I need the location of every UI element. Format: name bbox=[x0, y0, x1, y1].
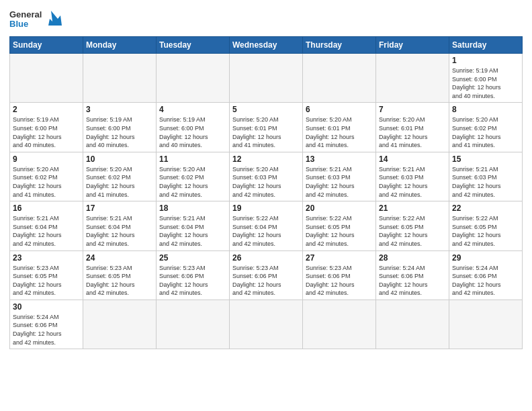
day-number: 5 bbox=[232, 105, 300, 114]
day-cell: 30Sunrise: 5:24 AM Sunset: 6:06 PM Dayli… bbox=[10, 300, 83, 349]
day-info: Sunrise: 5:20 AM Sunset: 6:01 PM Dayligh… bbox=[306, 116, 373, 149]
header-day-thursday: Thursday bbox=[303, 37, 376, 54]
week-row-2: 2Sunrise: 5:19 AM Sunset: 6:00 PM Daylig… bbox=[10, 103, 523, 152]
day-number: 8 bbox=[452, 105, 519, 114]
header-row: SundayMondayTuesdayWednesdayThursdayFrid… bbox=[10, 37, 523, 54]
day-cell: 4Sunrise: 5:19 AM Sunset: 6:00 PM Daylig… bbox=[157, 103, 230, 152]
day-number: 25 bbox=[159, 253, 226, 263]
day-info: Sunrise: 5:21 AM Sunset: 6:04 PM Dayligh… bbox=[86, 214, 153, 248]
day-info: Sunrise: 5:23 AM Sunset: 6:06 PM Dayligh… bbox=[306, 264, 373, 298]
header: General Blue bbox=[9, 7, 523, 32]
day-cell: 2Sunrise: 5:19 AM Sunset: 6:00 PM Daylig… bbox=[10, 103, 83, 152]
day-cell bbox=[83, 300, 157, 349]
day-number: 1 bbox=[452, 56, 519, 65]
day-number: 18 bbox=[159, 203, 226, 213]
day-info: Sunrise: 5:23 AM Sunset: 6:06 PM Dayligh… bbox=[159, 264, 226, 298]
header-day-saturday: Saturday bbox=[449, 37, 523, 54]
day-number: 21 bbox=[379, 203, 446, 213]
day-info: Sunrise: 5:20 AM Sunset: 6:02 PM Dayligh… bbox=[86, 165, 153, 199]
week-row-3: 9Sunrise: 5:20 AM Sunset: 6:02 PM Daylig… bbox=[10, 152, 523, 201]
header-day-tuesday: Tuesday bbox=[157, 37, 230, 54]
day-number: 30 bbox=[13, 302, 80, 312]
day-info: Sunrise: 5:21 AM Sunset: 6:04 PM Dayligh… bbox=[13, 214, 80, 248]
week-row-6: 30Sunrise: 5:24 AM Sunset: 6:06 PM Dayli… bbox=[10, 300, 523, 349]
day-cell: 13Sunrise: 5:21 AM Sunset: 6:03 PM Dayli… bbox=[303, 152, 376, 201]
day-number: 22 bbox=[452, 203, 519, 213]
day-cell: 14Sunrise: 5:21 AM Sunset: 6:03 PM Dayli… bbox=[376, 152, 449, 201]
day-info: Sunrise: 5:23 AM Sunset: 6:05 PM Dayligh… bbox=[13, 264, 80, 298]
day-number: 24 bbox=[86, 253, 153, 263]
week-row-4: 16Sunrise: 5:21 AM Sunset: 6:04 PM Dayli… bbox=[10, 201, 523, 250]
day-info: Sunrise: 5:19 AM Sunset: 6:00 PM Dayligh… bbox=[159, 116, 226, 149]
day-number: 11 bbox=[159, 154, 226, 164]
day-info: Sunrise: 5:24 AM Sunset: 6:06 PM Dayligh… bbox=[452, 264, 519, 298]
day-cell: 18Sunrise: 5:21 AM Sunset: 6:04 PM Dayli… bbox=[157, 201, 230, 250]
day-cell: 15Sunrise: 5:21 AM Sunset: 6:03 PM Dayli… bbox=[449, 152, 523, 201]
day-cell: 22Sunrise: 5:22 AM Sunset: 6:05 PM Dayli… bbox=[449, 201, 523, 250]
day-cell: 16Sunrise: 5:21 AM Sunset: 6:04 PM Dayli… bbox=[10, 201, 83, 250]
day-cell: 19Sunrise: 5:22 AM Sunset: 6:04 PM Dayli… bbox=[230, 201, 303, 250]
day-number: 28 bbox=[379, 253, 446, 263]
day-info: Sunrise: 5:22 AM Sunset: 6:04 PM Dayligh… bbox=[232, 214, 300, 248]
day-info: Sunrise: 5:21 AM Sunset: 6:03 PM Dayligh… bbox=[306, 165, 373, 199]
day-number: 7 bbox=[379, 105, 446, 114]
day-cell: 3Sunrise: 5:19 AM Sunset: 6:00 PM Daylig… bbox=[83, 103, 157, 152]
day-cell: 26Sunrise: 5:23 AM Sunset: 6:06 PM Dayli… bbox=[230, 250, 303, 300]
day-cell bbox=[376, 300, 449, 349]
svg-marker-2 bbox=[48, 11, 62, 26]
day-cell bbox=[303, 54, 376, 103]
day-info: Sunrise: 5:20 AM Sunset: 6:02 PM Dayligh… bbox=[13, 165, 80, 199]
day-info: Sunrise: 5:19 AM Sunset: 6:00 PM Dayligh… bbox=[86, 116, 153, 149]
day-number: 4 bbox=[159, 105, 226, 114]
day-cell bbox=[449, 300, 523, 349]
day-cell: 7Sunrise: 5:20 AM Sunset: 6:01 PM Daylig… bbox=[376, 103, 449, 152]
day-number: 27 bbox=[306, 253, 373, 263]
day-number: 3 bbox=[86, 105, 153, 114]
day-number: 19 bbox=[232, 203, 300, 213]
day-cell bbox=[83, 54, 157, 103]
day-number: 9 bbox=[13, 154, 80, 164]
day-cell bbox=[376, 54, 449, 103]
day-cell bbox=[157, 54, 230, 103]
day-info: Sunrise: 5:23 AM Sunset: 6:06 PM Dayligh… bbox=[232, 264, 300, 298]
day-number: 17 bbox=[86, 203, 153, 213]
week-row-5: 23Sunrise: 5:23 AM Sunset: 6:05 PM Dayli… bbox=[10, 250, 523, 300]
day-number: 20 bbox=[306, 203, 373, 213]
day-info: Sunrise: 5:19 AM Sunset: 6:00 PM Dayligh… bbox=[452, 66, 519, 100]
day-cell: 20Sunrise: 5:22 AM Sunset: 6:05 PM Dayli… bbox=[303, 201, 376, 250]
day-number: 2 bbox=[13, 105, 80, 114]
day-info: Sunrise: 5:21 AM Sunset: 6:03 PM Dayligh… bbox=[379, 165, 446, 199]
day-info: Sunrise: 5:21 AM Sunset: 6:03 PM Dayligh… bbox=[452, 165, 519, 199]
header-day-friday: Friday bbox=[376, 37, 449, 54]
day-number: 14 bbox=[379, 154, 446, 164]
calendar-table: SundayMondayTuesdayWednesdayThursdayFrid… bbox=[9, 36, 523, 349]
day-cell: 11Sunrise: 5:20 AM Sunset: 6:02 PM Dayli… bbox=[157, 152, 230, 201]
day-number: 29 bbox=[452, 253, 519, 263]
day-cell bbox=[157, 300, 230, 349]
day-info: Sunrise: 5:24 AM Sunset: 6:06 PM Dayligh… bbox=[13, 313, 80, 347]
day-cell: 6Sunrise: 5:20 AM Sunset: 6:01 PM Daylig… bbox=[303, 103, 376, 152]
day-cell bbox=[10, 54, 83, 103]
day-cell: 27Sunrise: 5:23 AM Sunset: 6:06 PM Dayli… bbox=[303, 250, 376, 300]
day-info: Sunrise: 5:23 AM Sunset: 6:05 PM Dayligh… bbox=[86, 264, 153, 298]
header-day-wednesday: Wednesday bbox=[230, 37, 303, 54]
svg-text:Blue: Blue bbox=[9, 19, 28, 29]
header-day-sunday: Sunday bbox=[10, 37, 83, 54]
day-cell bbox=[230, 54, 303, 103]
day-cell: 10Sunrise: 5:20 AM Sunset: 6:02 PM Dayli… bbox=[83, 152, 157, 201]
day-cell: 8Sunrise: 5:20 AM Sunset: 6:02 PM Daylig… bbox=[449, 103, 523, 152]
page: General Blue SundayMondayTuesdayWednesda… bbox=[0, 0, 532, 356]
day-number: 16 bbox=[13, 203, 80, 213]
day-number: 23 bbox=[13, 253, 80, 263]
day-info: Sunrise: 5:20 AM Sunset: 6:03 PM Dayligh… bbox=[232, 165, 300, 199]
day-cell: 25Sunrise: 5:23 AM Sunset: 6:06 PM Dayli… bbox=[157, 250, 230, 300]
day-info: Sunrise: 5:20 AM Sunset: 6:01 PM Dayligh… bbox=[379, 116, 446, 149]
day-number: 10 bbox=[86, 154, 153, 164]
day-cell: 1Sunrise: 5:19 AM Sunset: 6:00 PM Daylig… bbox=[449, 54, 523, 103]
day-info: Sunrise: 5:22 AM Sunset: 6:05 PM Dayligh… bbox=[452, 214, 519, 248]
day-cell bbox=[230, 300, 303, 349]
day-info: Sunrise: 5:20 AM Sunset: 6:02 PM Dayligh… bbox=[452, 116, 519, 149]
day-info: Sunrise: 5:22 AM Sunset: 6:05 PM Dayligh… bbox=[379, 214, 446, 248]
day-cell: 21Sunrise: 5:22 AM Sunset: 6:05 PM Dayli… bbox=[376, 201, 449, 250]
day-number: 15 bbox=[452, 154, 519, 164]
